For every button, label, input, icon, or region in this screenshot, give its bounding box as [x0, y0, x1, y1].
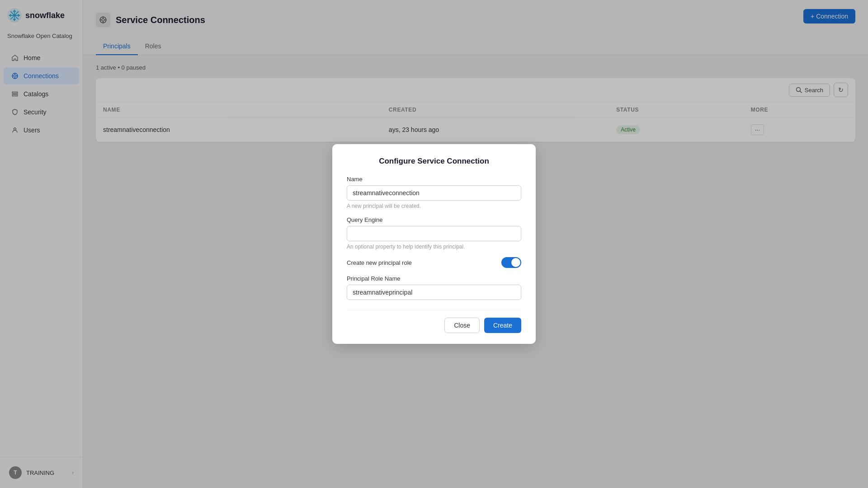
principal-role-name-group: Principal Role Name	[347, 275, 521, 300]
create-principal-role-label: Create new principal role	[347, 259, 412, 266]
create-button[interactable]: Create	[484, 318, 521, 333]
modal-footer: Close Create	[347, 310, 521, 333]
create-principal-role-row: Create new principal role	[347, 257, 521, 268]
name-field-group: Name A new principal will be created.	[347, 176, 521, 209]
query-engine-label: Query Engine	[347, 216, 521, 223]
toggle-knob	[511, 258, 520, 267]
close-button[interactable]: Close	[444, 318, 480, 333]
modal-overlay: Configure Service Connection Name A new …	[0, 0, 868, 488]
principal-role-name-label: Principal Role Name	[347, 275, 521, 282]
name-input[interactable]	[347, 185, 521, 201]
modal-title: Configure Service Connection	[347, 157, 521, 166]
create-principal-role-toggle[interactable]	[501, 257, 521, 268]
query-engine-field-group: Query Engine An optional property to hel…	[347, 216, 521, 250]
name-label: Name	[347, 176, 521, 183]
query-engine-hint: An optional property to help identify th…	[347, 244, 521, 250]
name-hint: A new principal will be created.	[347, 203, 521, 209]
modal-dialog: Configure Service Connection Name A new …	[332, 144, 536, 344]
principal-role-name-input[interactable]	[347, 285, 521, 300]
query-engine-input[interactable]	[347, 226, 521, 241]
